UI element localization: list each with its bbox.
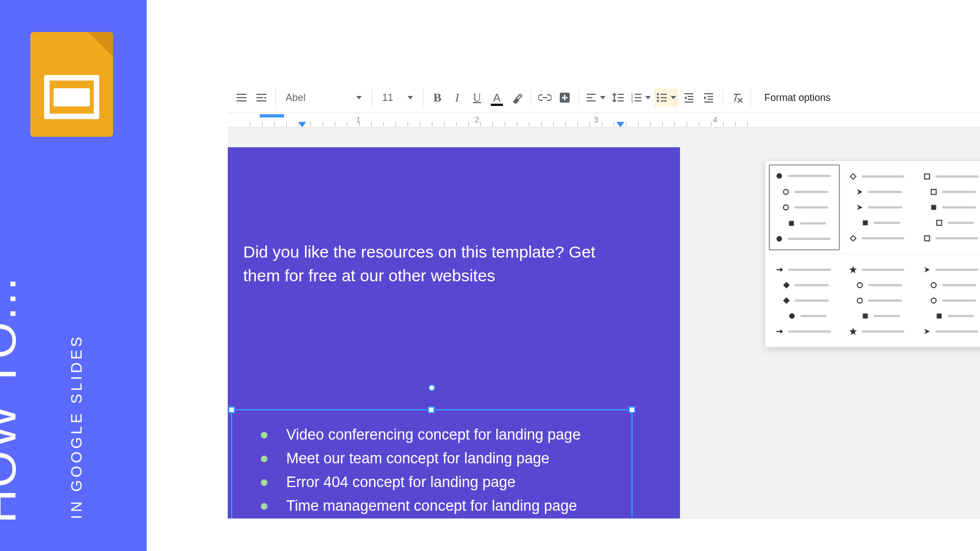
slide[interactable]: Did you like the resources on this templ… (228, 147, 680, 518)
bullet-glyph-icon (849, 173, 857, 180)
decrease-indent-button[interactable] (679, 88, 698, 107)
bullet-preset-option[interactable] (916, 258, 980, 344)
bullet-preset-option[interactable] (842, 164, 913, 250)
increase-indent-button[interactable] (699, 88, 718, 107)
bullet-glyph-icon (849, 266, 857, 274)
file-fold-corner (88, 32, 113, 57)
bullet-icon (261, 479, 267, 486)
bullet-glyph-icon (923, 173, 931, 180)
font-family-dropdown[interactable]: Abel (280, 88, 367, 107)
italic-button[interactable]: I (448, 88, 467, 107)
bullet-glyph-icon (776, 328, 784, 335)
preset-line (868, 191, 902, 193)
list-item: Video conferencing concept for landing p… (261, 423, 581, 447)
svg-rect-41 (789, 221, 794, 226)
bullet-glyph-icon (935, 312, 943, 320)
preset-line (868, 299, 902, 302)
resize-handle-top-middle[interactable] (428, 406, 435, 413)
bold-button[interactable]: B (428, 88, 447, 107)
svg-point-39 (784, 189, 789, 194)
bullet-glyph-icon (930, 281, 938, 289)
svg-point-42 (776, 236, 782, 242)
bullet-glyph-icon (783, 297, 790, 304)
bullet-glyph-icon (856, 188, 864, 196)
preset-line (935, 237, 978, 239)
preset-line (874, 222, 900, 224)
text-color-button[interactable]: A (488, 88, 506, 107)
toolbar-separator (275, 89, 276, 106)
list-item: Search concept for landing page (261, 518, 581, 518)
line-spacing-button[interactable] (609, 88, 628, 107)
add-comment-button[interactable] (555, 88, 574, 107)
preset-line (800, 222, 826, 224)
toolbar-separator (722, 89, 723, 106)
svg-point-55 (931, 283, 936, 288)
preset-line (942, 206, 976, 208)
subline-text: IN GOOGLE SLIDES (68, 334, 85, 519)
popover-divider (769, 254, 980, 254)
svg-point-53 (858, 298, 863, 303)
svg-point-50 (789, 313, 795, 319)
toolbar-separator (579, 89, 579, 106)
format-options-button[interactable]: Format options (756, 88, 839, 107)
checklist-button[interactable] (252, 88, 271, 107)
font-size-value: 11 (382, 92, 404, 104)
bullet-preset-option[interactable] (916, 164, 980, 250)
svg-rect-46 (931, 205, 936, 210)
bullet-glyph-icon (782, 204, 790, 211)
preset-line (868, 206, 902, 208)
bullet-preset-option[interactable] (769, 164, 840, 250)
bullet-glyph-icon (849, 328, 857, 335)
font-size-dropdown[interactable]: 11 (377, 88, 419, 107)
toolbar-separator (531, 89, 531, 106)
chevron-down-icon (671, 96, 676, 99)
preset-line (947, 222, 974, 224)
underline-button[interactable]: U (468, 88, 486, 107)
highlight-button[interactable] (507, 88, 526, 107)
bullet-glyph-icon (776, 266, 784, 274)
first-line-indent-marker[interactable] (260, 114, 284, 117)
bullet-presets-popover (765, 161, 980, 347)
format-options-label: Format options (764, 92, 831, 104)
preset-line (942, 299, 976, 302)
bullet-list-textbox[interactable]: Video conferencing concept for landing p… (261, 423, 581, 518)
rotate-handle[interactable] (429, 384, 435, 391)
align-dropdown[interactable] (583, 88, 608, 107)
preset-line (942, 284, 976, 286)
preset-line (794, 206, 828, 208)
list-button[interactable] (232, 88, 251, 107)
preset-line (800, 315, 827, 317)
chevron-down-icon (356, 96, 362, 99)
bulleted-list-dropdown[interactable] (654, 88, 678, 107)
svg-rect-43 (863, 221, 868, 226)
svg-point-22 (657, 93, 659, 95)
bullet-glyph-icon (935, 219, 943, 227)
list-item-text: Time management concept for landing page (286, 494, 577, 518)
headline-text: HOW TO... (0, 276, 26, 523)
list-item-text: Video conferencing concept for landing p… (286, 423, 581, 447)
preset-line (788, 269, 831, 271)
bullet-glyph-icon (782, 188, 790, 196)
bullet-preset-option[interactable] (842, 258, 913, 344)
list-item-text: Search concept for landing page (286, 518, 501, 518)
bullet-icon (261, 432, 267, 438)
bullet-icon (261, 503, 267, 510)
list-item-text: Meet our team concept for landing page (286, 447, 549, 470)
slide-heading-text[interactable]: Did you like the resources on this templ… (243, 240, 608, 287)
resize-handle-top-right[interactable] (629, 406, 635, 413)
horizontal-ruler[interactable]: 1 2 3 4 (228, 113, 980, 127)
insert-link-button[interactable] (535, 88, 554, 107)
bullet-preset-option[interactable] (769, 258, 840, 344)
resize-handle-top-left[interactable] (228, 406, 235, 413)
clear-formatting-button[interactable] (727, 88, 746, 107)
svg-rect-57 (936, 314, 941, 319)
preset-line (788, 175, 831, 177)
list-item-text: Error 404 concept for landing page (286, 470, 516, 494)
bullet-glyph-icon (775, 172, 783, 180)
bullet-glyph-icon (788, 220, 795, 227)
slide-inner-icon (53, 88, 90, 106)
editor-canvas[interactable]: Did you like the resources on this templ… (228, 127, 980, 518)
preset-line (935, 269, 978, 271)
numbered-list-dropdown[interactable]: 123 (629, 88, 653, 107)
bullet-glyph-icon (930, 204, 938, 211)
